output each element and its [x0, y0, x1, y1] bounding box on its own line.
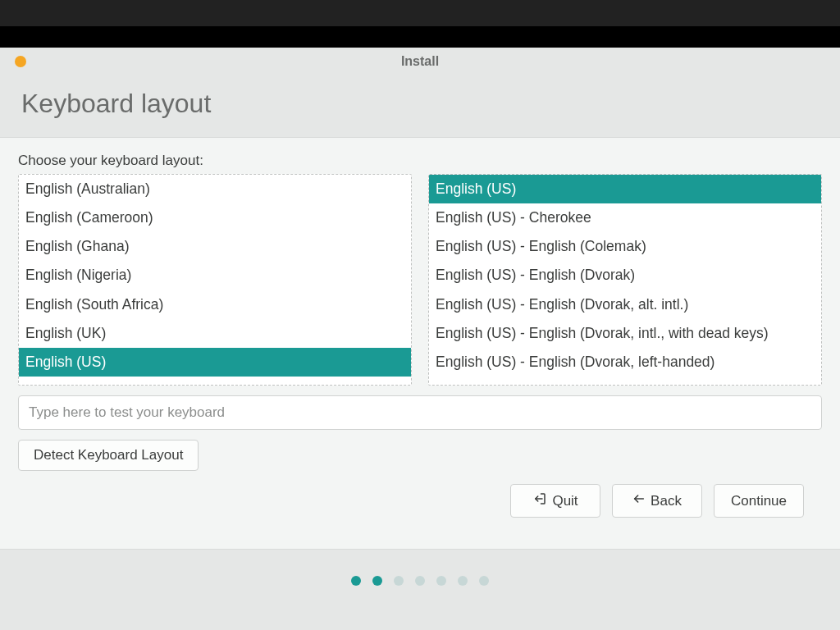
keyboard-language-item[interactable]: English (Cameroon) — [19, 203, 411, 232]
keyboard-language-item[interactable]: English (South Africa) — [19, 290, 411, 319]
choose-layout-label: Choose your keyboard layout: — [18, 153, 822, 169]
window-title: Install — [0, 54, 840, 69]
keyboard-variant-item[interactable]: English (US) - English (Dvorak, intl., w… — [429, 319, 821, 348]
keyboard-variant-item[interactable]: English (US) - English (Dvorak, right-ha… — [429, 377, 821, 386]
installer-window: Install Keyboard layout Choose your keyb… — [0, 48, 840, 586]
window-titlebar: Install — [0, 48, 840, 74]
continue-label: Continue — [731, 493, 787, 509]
exit-icon — [532, 491, 547, 510]
page-title: Keyboard layout — [21, 89, 819, 119]
keyboard-language-item[interactable]: English (UK) — [19, 319, 411, 348]
desktop-top-bar — [0, 0, 840, 26]
keyboard-variant-item[interactable]: English (US) - English (Colemak) — [429, 232, 821, 261]
continue-button[interactable]: Continue — [714, 484, 804, 518]
footer-actions: Quit Back Continue — [18, 471, 822, 531]
progress-dot — [372, 576, 382, 586]
progress-dot — [479, 576, 489, 586]
keyboard-language-item[interactable]: English (Ghana) — [19, 232, 411, 261]
progress-dot — [458, 576, 468, 586]
progress-dots — [0, 576, 840, 586]
keyboard-language-list[interactable]: English (Australian)English (Cameroon)En… — [18, 174, 412, 386]
detect-layout-button[interactable]: Detect Keyboard Layout — [18, 440, 199, 471]
keyboard-language-item[interactable]: English (Nigeria) — [19, 261, 411, 290]
keyboard-variant-item[interactable]: English (US) - English (Dvorak) — [429, 261, 821, 290]
keyboard-variant-list[interactable]: English (US)English (US) - CherokeeEngli… — [428, 174, 822, 386]
page-header: Keyboard layout — [0, 74, 840, 137]
back-label: Back — [651, 493, 682, 509]
keyboard-language-item[interactable]: Esperanto — [19, 377, 411, 386]
keyboard-test-input[interactable] — [18, 395, 822, 430]
keyboard-variant-item[interactable]: English (US) - Cherokee — [429, 203, 821, 232]
progress-dot — [351, 576, 361, 586]
keyboard-language-item[interactable]: English (US) — [19, 348, 411, 377]
back-button[interactable]: Back — [612, 484, 702, 518]
quit-button[interactable]: Quit — [510, 484, 600, 518]
main-panel: Choose your keyboard layout: English (Au… — [0, 137, 840, 550]
keyboard-variant-item[interactable]: English (US) - English (Dvorak, left-han… — [429, 348, 821, 377]
keyboard-variant-item[interactable]: English (US) - English (Dvorak, alt. int… — [429, 290, 821, 319]
progress-dot — [436, 576, 446, 586]
layout-lists: English (Australian)English (Cameroon)En… — [18, 174, 822, 386]
desktop-menu-bar — [0, 26, 840, 48]
arrow-left-icon — [632, 492, 646, 509]
detect-layout-label: Detect Keyboard Layout — [34, 447, 183, 463]
progress-dot — [415, 576, 425, 586]
keyboard-language-item[interactable]: English (Australian) — [19, 175, 411, 203]
quit-label: Quit — [552, 493, 578, 509]
keyboard-variant-item[interactable]: English (US) — [429, 175, 821, 203]
progress-dot — [394, 576, 404, 586]
